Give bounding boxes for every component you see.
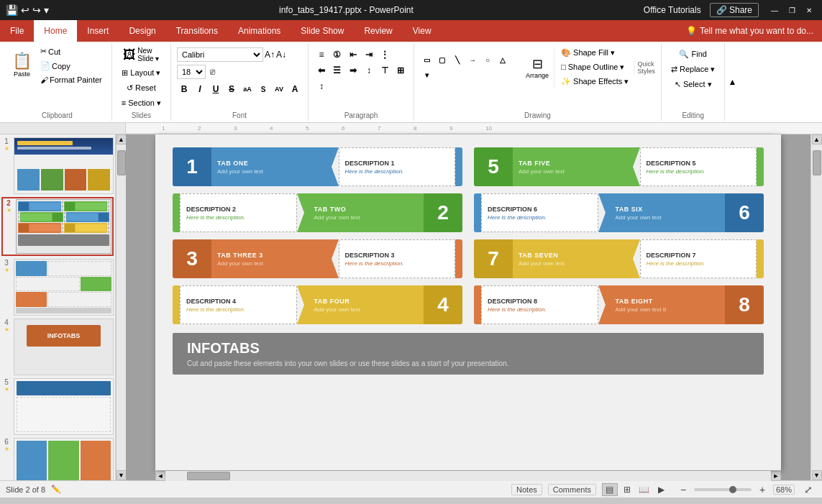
font-family-select[interactable]: Calibri bbox=[177, 47, 263, 62]
tell-me-input[interactable]: 💡Tell me what you want to do... bbox=[677, 20, 822, 42]
quick-access-toolbar[interactable]: 💾 ↩ ↪ ▾ bbox=[6, 4, 49, 16]
tab-item-8[interactable]: DESCRIPTION 8 Here is the description. T… bbox=[474, 285, 764, 324]
comments-button[interactable]: Comments bbox=[548, 484, 596, 495]
shape-fill-button[interactable]: 🎨 Shape Fill ▾ bbox=[557, 46, 632, 60]
redo-icon[interactable]: ↪ bbox=[32, 4, 41, 16]
tab-view[interactable]: View bbox=[403, 20, 442, 42]
shape-roundrect[interactable]: ▢ bbox=[435, 52, 449, 67]
select-button[interactable]: ↖ Select ▾ bbox=[671, 78, 716, 91]
cut-button[interactable]: ✂ Cut bbox=[37, 45, 106, 58]
slide-preview-5[interactable] bbox=[14, 378, 114, 435]
notes-button[interactable]: Notes bbox=[511, 484, 542, 495]
scroll-thumb[interactable] bbox=[117, 150, 126, 175]
font-color-button[interactable]: A bbox=[288, 82, 302, 96]
columns-button[interactable]: ⋮ bbox=[378, 47, 392, 62]
maximize-button[interactable]: ❐ bbox=[785, 4, 799, 16]
save-icon[interactable]: 💾 bbox=[6, 4, 18, 16]
shape-line[interactable]: ╲ bbox=[450, 52, 465, 67]
align-left-button[interactable]: ⬅ bbox=[314, 63, 329, 78]
zoom-slider[interactable] bbox=[694, 488, 752, 491]
slide-thumb-3[interactable]: 3 ★ bbox=[1, 259, 114, 316]
close-button[interactable]: ✕ bbox=[802, 4, 816, 16]
slide-canvas[interactable]: 1 TAB ONE Add your own text DESCRIPTION … bbox=[155, 134, 781, 470]
tab-item-3[interactable]: 3 TAB THREE 3 Add your own text DESCRIPT… bbox=[173, 239, 462, 278]
hscroll-right-arrow[interactable]: ► bbox=[771, 471, 781, 481]
zoom-level[interactable]: 68% bbox=[773, 485, 795, 495]
slide-preview-2[interactable] bbox=[16, 199, 111, 254]
slide-thumb-4[interactable]: 4 ★ INFOTABS bbox=[1, 319, 114, 375]
shape-arrow[interactable]: → bbox=[465, 52, 480, 67]
status-notes-edit-icon[interactable]: ✏️ bbox=[51, 485, 61, 494]
slide-preview-3[interactable] bbox=[14, 259, 114, 316]
slideshow-button[interactable]: ▶ bbox=[654, 483, 670, 496]
tab-review[interactable]: Review bbox=[354, 20, 402, 42]
share-button[interactable]: 🔗 Share bbox=[710, 3, 759, 17]
increase-font-icon[interactable]: A↑ bbox=[265, 50, 275, 60]
paste-button[interactable]: 📋 Paste bbox=[9, 45, 35, 86]
reset-button[interactable]: ↺ Reset bbox=[123, 81, 160, 95]
tab-item-4[interactable]: DESCRIPTION 4 Here is the description. T… bbox=[173, 285, 462, 324]
tab-item-5[interactable]: 5 TAB FIVE Add your own text DESCRIPTION… bbox=[474, 147, 764, 186]
tab-item-2[interactable]: DESCRIPTION 2 Here is the description. T… bbox=[173, 193, 462, 232]
decrease-font-icon[interactable]: A↓ bbox=[276, 50, 286, 60]
tab-animations[interactable]: Animations bbox=[228, 20, 291, 42]
zoom-out-button[interactable]: − bbox=[675, 483, 691, 496]
arrange-button[interactable]: ⊟ Arrange bbox=[522, 52, 552, 83]
canvas-scroll-up[interactable]: ▲ bbox=[812, 134, 822, 145]
tab-transitions[interactable]: Transitions bbox=[166, 20, 228, 42]
shape-oval[interactable]: ○ bbox=[480, 52, 495, 67]
tab-item-1[interactable]: 1 TAB ONE Add your own text DESCRIPTION … bbox=[173, 147, 462, 186]
bold-button[interactable]: B bbox=[177, 82, 191, 96]
slide-preview-4[interactable]: INFOTABS bbox=[14, 319, 114, 375]
slide-thumb-5[interactable]: 5 ★ bbox=[1, 378, 114, 435]
scroll-up-arrow[interactable]: ▲ bbox=[117, 134, 127, 145]
shape-effects-button[interactable]: ✨ Shape Effects ▾ bbox=[557, 75, 632, 88]
strikethrough-button[interactable]: S bbox=[224, 82, 239, 96]
zoom-thumb[interactable] bbox=[729, 486, 736, 493]
text-direction-button[interactable]: ↕ bbox=[362, 63, 376, 78]
new-slide-button[interactable]: 🖼 NewSlide ▾ bbox=[119, 45, 163, 65]
layout-button[interactable]: ⊞ Layout ▾ bbox=[118, 66, 164, 80]
tab-insert[interactable]: Insert bbox=[77, 20, 119, 42]
window-controls[interactable]: — ❐ ✕ bbox=[767, 4, 816, 16]
shape-more[interactable]: ▾ bbox=[420, 68, 434, 82]
normal-view-button[interactable]: ▤ bbox=[602, 483, 618, 496]
tab-file[interactable]: File bbox=[0, 20, 34, 42]
office-tutorials-link[interactable]: Office Tutorials bbox=[644, 5, 701, 15]
slide-thumb-6[interactable]: 6 ★ bbox=[1, 438, 114, 480]
smallcaps-button[interactable]: aA bbox=[240, 82, 255, 96]
shape-triangle[interactable]: △ bbox=[496, 52, 510, 67]
canvas-scroll-down[interactable]: ▼ bbox=[812, 470, 822, 480]
increase-indent-button[interactable]: ⇥ bbox=[362, 47, 376, 62]
slide-thumb-2[interactable]: 2 ★ bbox=[1, 197, 114, 256]
undo-icon[interactable]: ↩ bbox=[21, 4, 29, 16]
fit-slide-button[interactable]: ⤢ bbox=[800, 483, 816, 496]
align-center-button[interactable]: ☰ bbox=[330, 63, 344, 78]
replace-button[interactable]: ⇄ Replace ▾ bbox=[667, 63, 718, 76]
hscroll-thumb[interactable] bbox=[187, 472, 230, 480]
align-text-button[interactable]: ⊤ bbox=[378, 63, 392, 78]
slide-preview-1[interactable] bbox=[14, 137, 114, 194]
scroll-down-arrow[interactable]: ▼ bbox=[117, 470, 127, 480]
slide-preview-6[interactable] bbox=[14, 438, 114, 480]
decrease-indent-button[interactable]: ⇤ bbox=[346, 47, 360, 62]
reading-view-button[interactable]: 📖 bbox=[636, 483, 652, 496]
char-spacing-button[interactable]: AV bbox=[272, 82, 286, 96]
canvas-scroll-thumb[interactable] bbox=[813, 150, 821, 175]
italic-button[interactable]: I bbox=[193, 82, 207, 96]
tab-item-6[interactable]: DESCRIPTION 6 Here is the description. T… bbox=[474, 193, 764, 232]
hscroll-left-arrow[interactable]: ◄ bbox=[155, 471, 165, 481]
tab-home[interactable]: Home bbox=[34, 20, 77, 42]
ribbon-collapse-button[interactable]: ▲ bbox=[725, 43, 739, 121]
line-spacing-button[interactable]: ↕ bbox=[314, 79, 329, 93]
format-painter-button[interactable]: 🖌 Format Painter bbox=[37, 73, 106, 86]
bullets-button[interactable]: ≡ bbox=[314, 47, 329, 62]
quick-styles-button[interactable]: QuickStyles bbox=[637, 60, 655, 75]
underline-button[interactable]: U bbox=[209, 82, 223, 96]
align-right-button[interactable]: ➡ bbox=[346, 63, 360, 78]
tab-slideshow[interactable]: Slide Show bbox=[291, 20, 354, 42]
clear-format-icon[interactable]: ⎚ bbox=[210, 67, 215, 77]
tab-item-7[interactable]: 7 TAB SEVEN Add your own text DESCRIPTIO… bbox=[474, 239, 764, 278]
shape-outline-button[interactable]: □ Shape Outline ▾ bbox=[557, 60, 632, 74]
tab-design[interactable]: Design bbox=[119, 20, 165, 42]
